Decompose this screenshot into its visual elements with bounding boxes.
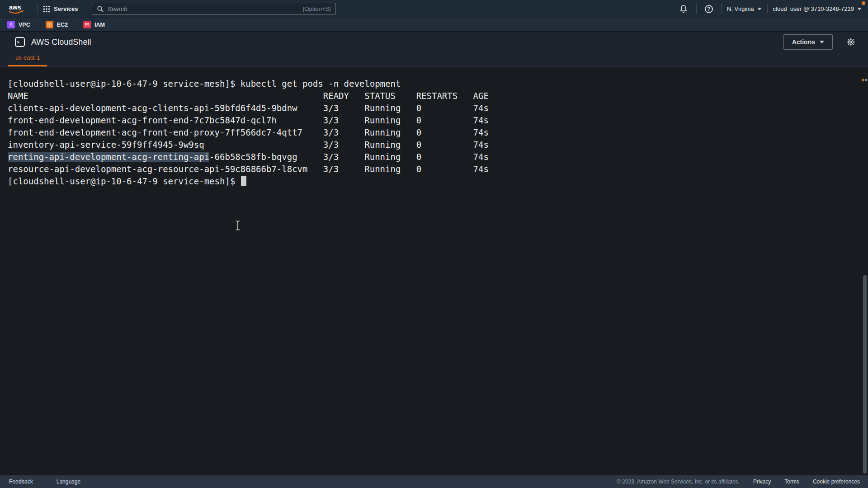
nav-divider	[721, 4, 722, 14]
services-menu-button[interactable]: Services	[43, 5, 78, 13]
terminal-line: clients-api-development-acg-clients-api-…	[8, 102, 859, 114]
ec2-service-icon	[46, 21, 53, 28]
actions-button-label: Actions	[792, 38, 815, 46]
favorite-label: IAM	[94, 22, 105, 28]
nav-divider	[767, 4, 768, 14]
terminal[interactable]: [cloudshell-user@ip-10-6-47-9 service-me…	[0, 67, 868, 475]
nav-divider	[696, 4, 697, 14]
chevron-down-icon	[757, 8, 762, 10]
terms-link[interactable]: Terms	[784, 479, 799, 485]
settings-button[interactable]	[844, 38, 858, 47]
scroll-marker-icon	[865, 79, 867, 81]
favorite-iam[interactable]: IAM	[83, 21, 105, 28]
services-label: Services	[54, 5, 78, 12]
terminal-line: [cloudshell-user@ip-10-6-47-9 service-me…	[8, 175, 859, 188]
search-input[interactable]: Search [Option+S]	[92, 3, 336, 15]
text-cursor-pointer	[235, 220, 241, 231]
tab-us-east-1[interactable]: us-east-1	[8, 54, 47, 66]
favorite-ec2[interactable]: EC2	[46, 21, 68, 28]
favorite-vpc[interactable]: VPC	[7, 21, 30, 28]
account-menu[interactable]: cloud_user @ 3710-3248-7219	[773, 5, 862, 12]
actions-button[interactable]: Actions	[783, 34, 833, 50]
terminal-scrollbar[interactable]	[862, 67, 868, 475]
help-icon: ?	[705, 5, 713, 13]
favorite-label: EC2	[57, 22, 68, 28]
console-top-nav: aws Services	[0, 0, 868, 18]
terminal-line: [cloudshell-user@ip-10-6-47-9 service-me…	[8, 78, 859, 90]
services-grid-icon	[43, 5, 50, 13]
privacy-link[interactable]: Privacy	[753, 479, 771, 485]
search-icon	[97, 5, 104, 13]
terminal-line: front-end-development-acg-front-end-7c7b…	[8, 114, 859, 127]
cloudshell-header: >_ AWS CloudShell Actions	[0, 32, 868, 52]
cookie-preferences-link[interactable]: Cookie preferences	[813, 479, 860, 485]
aws-console-window: aws Services	[0, 0, 868, 488]
search-shortcut-hint: [Option+S]	[303, 5, 331, 12]
aws-logo[interactable]: aws	[7, 3, 25, 15]
scrollbar-thumb[interactable]	[863, 275, 867, 474]
terminal-line: resource-api-development-acg-resource-ap…	[8, 163, 859, 175]
language-link[interactable]: Language	[57, 479, 80, 485]
favorite-label: VPC	[19, 22, 30, 28]
cloudshell-terminal-icon: >_	[15, 37, 25, 47]
terminal-cursor	[241, 176, 246, 186]
favorites-bar: VPC EC2 IAM	[0, 18, 868, 32]
help-button[interactable]: ?	[702, 5, 716, 13]
terminal-line: front-end-development-acg-front-end-prox…	[8, 127, 859, 139]
region-selector[interactable]: N. Virginia	[727, 5, 762, 12]
console-footer: Feedback Language © 2023, Amazon Web Ser…	[0, 475, 868, 488]
notifications-button[interactable]	[676, 5, 691, 14]
terminal-line: renting-api-development-acg-renting-api-…	[8, 151, 859, 163]
scroll-marker-icon	[862, 79, 864, 81]
vpc-service-icon	[7, 21, 15, 28]
nav-divider	[37, 4, 38, 14]
terminal-line: NAME READY STATUS RESTARTS AGE	[8, 90, 859, 102]
aws-logo-icon: aws	[7, 3, 25, 15]
copyright-text: © 2023, Amazon Web Services, Inc. or its…	[617, 479, 740, 485]
search-placeholder: Search	[108, 5, 299, 13]
region-label: N. Virginia	[727, 5, 754, 12]
svg-text:aws: aws	[9, 4, 21, 11]
iam-service-icon	[83, 21, 91, 28]
selected-text: renting-api-development-acg-renting-api	[8, 152, 209, 162]
feedback-link[interactable]: Feedback	[9, 479, 33, 485]
gear-icon	[846, 38, 855, 47]
terminal-tab-bar: us-east-1	[0, 52, 868, 67]
chevron-down-icon	[820, 41, 824, 43]
bell-icon	[679, 5, 688, 14]
chevron-down-icon	[857, 8, 862, 10]
account-label: cloud_user @ 3710-3248-7219	[773, 5, 854, 12]
terminal-line: inventory-api-service-59f9ff4945-9w9sq 3…	[8, 139, 859, 151]
recording-status-dot	[862, 1, 865, 5]
page-title: AWS CloudShell	[31, 38, 91, 47]
terminal-output: [cloudshell-user@ip-10-6-47-9 service-me…	[8, 78, 859, 188]
